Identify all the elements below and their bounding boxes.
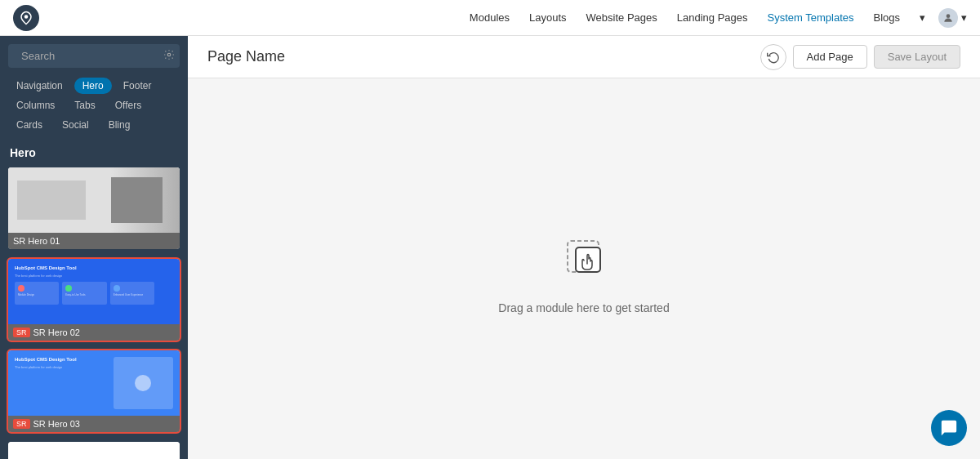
- template-hero02-label: SR SR Hero 02: [8, 324, 180, 341]
- user-avatar: [938, 8, 958, 28]
- template-hero01-thumbnail: [8, 167, 180, 233]
- top-nav: Modules Layouts Website Pages Landing Pa…: [0, 0, 980, 36]
- svg-point-4: [167, 53, 171, 56]
- thumbnail-hero3-img-icon: [135, 375, 151, 391]
- thumbnail-card-1: Module Design: [15, 282, 59, 305]
- template-hero02[interactable]: HubSpot CMS Design Tool The best platfor…: [8, 259, 180, 341]
- template-hero02-badge: SR: [13, 328, 30, 337]
- header-actions: Add Page Save Layout: [760, 44, 960, 70]
- save-layout-button[interactable]: Save Layout: [874, 45, 960, 69]
- thumbnail-hero2-title: HubSpot CMS Design Tool: [15, 265, 173, 270]
- svg-point-1: [947, 14, 951, 18]
- thumbnail-hero1-bg: [8, 167, 180, 233]
- template-hero03[interactable]: HubSpot CMS Design Tool The best platfor…: [8, 350, 180, 432]
- pill-hero[interactable]: Hero: [74, 78, 112, 94]
- sidebar: Navigation Hero Footer Columns Tabs Offe…: [0, 36, 188, 459]
- drop-text: Drag a module here to get started: [498, 301, 669, 314]
- nav-blogs[interactable]: Blogs: [873, 11, 900, 24]
- card-icon-3: [114, 285, 120, 292]
- card-text-3: Enhanced User Experience: [114, 293, 151, 296]
- thumbnail-hero4-bg: [8, 442, 180, 459]
- section-label: Hero: [8, 146, 180, 159]
- sidebar-content: Hero SR Hero 01 HubSpot CMS Design Tool …: [0, 140, 188, 459]
- pill-social[interactable]: Social: [54, 117, 97, 133]
- pill-offers[interactable]: Offers: [107, 97, 149, 114]
- thumbnail-hero2-bg: HubSpot CMS Design Tool The best platfor…: [8, 259, 180, 324]
- card-icon-1: [18, 285, 24, 292]
- template-hero01[interactable]: SR Hero 01: [8, 167, 180, 249]
- user-menu[interactable]: ▾: [938, 8, 967, 28]
- pill-bling[interactable]: Bling: [100, 117, 139, 133]
- pill-tabs[interactable]: Tabs: [66, 97, 103, 114]
- thumbnail-card-2: Easy-to-Use Tools: [62, 282, 106, 305]
- template-hero03-thumbnail: HubSpot CMS Design Tool The best platfor…: [8, 350, 180, 416]
- pill-cards[interactable]: Cards: [8, 117, 51, 133]
- template-hero03-name: SR Hero 03: [33, 419, 80, 429]
- card-text-2: Easy-to-Use Tools: [65, 293, 103, 296]
- nav-layouts[interactable]: Layouts: [529, 11, 567, 24]
- thumbnail-hero2-text: The best platform for web design: [15, 274, 94, 279]
- template-hero03-label: SR SR Hero 03: [8, 416, 180, 432]
- pill-footer[interactable]: Footer: [115, 78, 160, 94]
- svg-rect-6: [576, 247, 600, 272]
- history-button[interactable]: [760, 44, 786, 70]
- drop-icon: [551, 223, 617, 288]
- pill-navigation[interactable]: Navigation: [8, 78, 71, 94]
- page-name-input[interactable]: [207, 48, 751, 65]
- thumbnail-hero3-bg: HubSpot CMS Design Tool The best platfor…: [8, 350, 180, 416]
- search-bar: [8, 44, 180, 68]
- chat-button[interactable]: [931, 410, 967, 446]
- pill-columns[interactable]: Columns: [8, 97, 63, 114]
- user-dropdown-arrow: ▾: [961, 11, 967, 24]
- card-icon-2: [65, 285, 72, 292]
- app-logo[interactable]: [13, 5, 39, 31]
- template-hero02-thumbnail: HubSpot CMS Design Tool The best platfor…: [8, 259, 180, 324]
- thumbnail-hero3-text: The best platform for web design: [15, 365, 94, 370]
- nav-system-templates[interactable]: System Templates: [768, 11, 854, 24]
- drop-zone: Drag a module here to get started: [188, 78, 980, 459]
- svg-point-0: [24, 15, 29, 19]
- nav-links: Modules Layouts Website Pages Landing Pa…: [470, 11, 925, 24]
- main-body: Navigation Hero Footer Columns Tabs Offe…: [0, 36, 980, 459]
- template-hero02-name: SR Hero 02: [33, 328, 80, 337]
- template-hero03-badge: SR: [13, 419, 30, 429]
- template-hero04-thumbnail: [8, 442, 180, 459]
- thumbnail-hero2-cards: Module Design Easy-to-Use Tools Enhanced…: [15, 282, 173, 305]
- add-page-button[interactable]: Add Page: [793, 45, 867, 69]
- nav-website-pages[interactable]: Website Pages: [586, 11, 657, 24]
- template-hero04[interactable]: [8, 442, 180, 459]
- thumbnail-card-3: Enhanced User Experience: [110, 282, 154, 305]
- thumbnail-hero3-image: [114, 357, 174, 409]
- card-text-1: Module Design: [18, 293, 56, 296]
- search-input[interactable]: [21, 50, 158, 62]
- nav-landing-pages[interactable]: Landing Pages: [677, 11, 748, 24]
- settings-icon[interactable]: [163, 49, 175, 63]
- nav-more-dropdown[interactable]: ▾: [920, 11, 925, 24]
- nav-modules[interactable]: Modules: [470, 11, 510, 24]
- category-pills: Navigation Hero Footer Columns Tabs Offe…: [0, 74, 188, 140]
- template-hero01-name: SR Hero 01: [13, 236, 60, 246]
- content-area: Add Page Save Layout Drag a module here …: [188, 36, 980, 459]
- template-hero01-label: SR Hero 01: [8, 233, 180, 249]
- content-header: Add Page Save Layout: [188, 36, 980, 78]
